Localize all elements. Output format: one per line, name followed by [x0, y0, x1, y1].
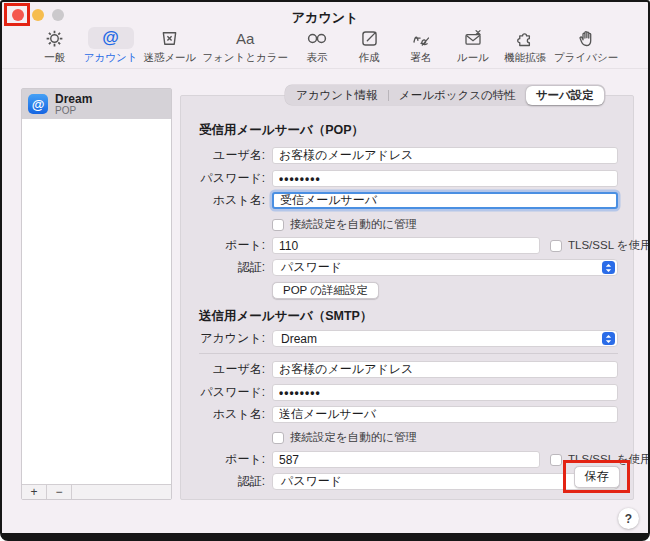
- signature-icon: [398, 27, 444, 49]
- pop-auth-label: 認証:: [199, 259, 265, 276]
- smtp-auth-label: 認証:: [199, 473, 265, 490]
- at-icon: @: [88, 27, 134, 49]
- toolbar-label: フォントとカラー: [202, 51, 288, 65]
- smtp-password-label: パスワード:: [199, 384, 265, 401]
- account-at-icon: @: [28, 94, 48, 114]
- account-tabs: アカウント情報 メールボックスの特性 サーバ設定: [285, 85, 605, 105]
- toolbar-label: 機能拡張: [504, 51, 546, 65]
- smtp-section-header: 送信用メールサーバ（SMTP）: [199, 308, 618, 325]
- toolbar-item-privacy[interactable]: プライバシー: [554, 27, 618, 65]
- fonts-icon: Aa: [222, 27, 268, 49]
- puzzle-icon: [502, 27, 548, 49]
- glasses-icon: [294, 27, 340, 49]
- account-name: Dream: [55, 93, 92, 105]
- pop-auth-value: パスワード: [281, 259, 342, 276]
- toolbar-item-signatures[interactable]: 署名: [398, 27, 444, 65]
- stepper-icon: [602, 261, 615, 274]
- smtp-hostname-input[interactable]: [272, 406, 618, 423]
- sidebar-bottom-bar: + −: [22, 484, 171, 499]
- toolbar-item-extensions[interactable]: 機能拡張: [502, 27, 548, 65]
- smtp-tls-checkbox[interactable]: [550, 454, 562, 466]
- add-account-button[interactable]: +: [22, 485, 47, 499]
- smtp-account-value: Dream: [281, 332, 317, 346]
- pop-auth-dropdown[interactable]: パスワード: [272, 259, 618, 276]
- title-bar: アカウント: [2, 2, 648, 29]
- smtp-port-input[interactable]: [272, 451, 540, 468]
- pop-auto-manage-label: 接続設定を自動的に管理: [290, 217, 417, 232]
- compose-icon: [346, 27, 392, 49]
- pop-auto-manage-checkbox[interactable]: [272, 219, 284, 231]
- pop-hostname-input[interactable]: [272, 192, 618, 209]
- toolbar-item-viewing[interactable]: 表示: [294, 27, 340, 65]
- toolbar-label: 表示: [307, 51, 328, 65]
- smtp-auth-value: パスワード: [281, 473, 342, 490]
- mail-preferences-window: アカウント 一般 @ アカウント 迷惑メール: [0, 0, 650, 541]
- tab-server-settings[interactable]: サーバ設定: [526, 86, 604, 105]
- stepper-icon: [602, 332, 615, 345]
- toolbar-item-fonts-colors[interactable]: Aa フォントとカラー: [202, 27, 288, 65]
- smtp-password-input[interactable]: [272, 384, 618, 401]
- pop-tls-label: TLS/SSL を使用: [568, 238, 650, 253]
- toolbar-label: プライバシー: [554, 51, 618, 65]
- remove-account-button[interactable]: −: [47, 485, 72, 499]
- hand-icon: [563, 27, 609, 49]
- rules-envelope-icon: [450, 27, 496, 49]
- toolbar-item-composing[interactable]: 作成: [346, 27, 392, 65]
- toolbar-item-general[interactable]: 一般: [32, 27, 78, 65]
- toolbar-label: 署名: [411, 51, 432, 65]
- server-settings-pane: 受信用メールサーバ（POP） ユーザ名: パスワード: ホスト名: 接続設定を自…: [180, 95, 634, 500]
- toolbar-label: ルール: [457, 51, 489, 65]
- pop-username-input[interactable]: [272, 147, 618, 164]
- preferences-toolbar: 一般 @ アカウント 迷惑メール Aa フォントとカラー: [2, 27, 648, 69]
- toolbar-label: 一般: [44, 51, 65, 65]
- smtp-auto-manage-label: 接続設定を自動的に管理: [290, 430, 417, 445]
- gear-icon: [32, 27, 78, 49]
- smtp-username-label: ユーザ名:: [199, 361, 265, 378]
- toolbar-label: 迷惑メール: [143, 51, 196, 65]
- pop-tls-checkbox[interactable]: [550, 240, 562, 252]
- save-button[interactable]: 保存: [574, 466, 620, 488]
- smtp-username-input[interactable]: [272, 361, 618, 378]
- smtp-account-dropdown[interactable]: Dream: [272, 330, 618, 347]
- junk-mail-icon: [147, 27, 193, 49]
- smtp-hostname-label: ホスト名:: [199, 406, 265, 423]
- toolbar-label: 作成: [359, 51, 380, 65]
- pop-password-label: パスワード:: [199, 170, 265, 187]
- pop-hostname-label: ホスト名:: [199, 192, 265, 209]
- account-type: POP: [55, 105, 92, 116]
- accounts-sidebar: @ Dream POP + −: [21, 88, 172, 500]
- smtp-account-label: アカウント:: [199, 330, 265, 347]
- smtp-auto-manage-checkbox[interactable]: [272, 432, 284, 444]
- window-title: アカウント: [2, 9, 648, 27]
- pop-advanced-button[interactable]: POP の詳細設定: [272, 282, 379, 299]
- smtp-port-label: ポート:: [199, 451, 265, 468]
- tab-mailbox-behaviors[interactable]: メールボックスの特性: [389, 86, 526, 105]
- tab-account-info[interactable]: アカウント情報: [286, 86, 388, 105]
- toolbar-label: アカウント: [84, 51, 138, 65]
- pop-password-input[interactable]: [272, 170, 618, 187]
- pop-section-header: 受信用メールサーバ（POP）: [199, 122, 618, 139]
- toolbar-item-accounts[interactable]: @ アカウント: [84, 27, 138, 65]
- pop-port-input[interactable]: [272, 237, 540, 254]
- toolbar-item-junk[interactable]: 迷惑メール: [143, 27, 196, 65]
- save-annotation-box: 保存: [563, 460, 630, 493]
- pop-port-label: ポート:: [199, 237, 265, 254]
- account-list-area: [22, 119, 171, 484]
- pop-username-label: ユーザ名:: [199, 147, 265, 164]
- sidebar-item-account[interactable]: @ Dream POP: [22, 89, 171, 119]
- help-button[interactable]: ?: [618, 508, 639, 529]
- smtp-divider: [199, 353, 618, 354]
- toolbar-item-rules[interactable]: ルール: [450, 27, 496, 65]
